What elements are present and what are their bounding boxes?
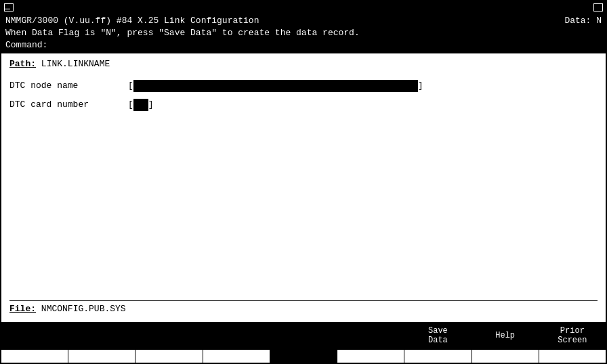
save-data-button[interactable]: SaveData — [404, 322, 472, 349]
fn-label-3 — [135, 350, 203, 363]
fn-label-7 — [404, 350, 472, 363]
fn-label-5 — [270, 350, 337, 363]
file-label: File: — [9, 304, 36, 314]
dtc-node-name-row: DTC node name [ ] — [9, 80, 598, 92]
path-value: LINK.LINKNAME — [41, 59, 110, 69]
data-flag: Data: N — [564, 15, 602, 27]
function-button-row: SaveData Help PriorScreen — [1, 322, 606, 349]
fn-label-row — [1, 349, 606, 363]
main-window: ─ NMMGR/3000 (V.uu.ff) #84 X.25 Link Con… — [0, 0, 607, 364]
header-line1: NMMGR/3000 (V.uu.ff) #84 X.25 Link Confi… — [5, 15, 602, 27]
path-line: Path: LINK.LINKNAME — [9, 59, 598, 69]
prior-screen-button[interactable]: PriorScreen — [539, 322, 606, 349]
fn-btn-1[interactable] — [1, 322, 68, 349]
bracket-open-1: [ — [128, 81, 133, 91]
bracket-close-1: ] — [418, 81, 423, 91]
path-label: Path: — [9, 59, 36, 69]
window-control-box[interactable]: ─ — [4, 3, 14, 12]
fn-btn-4[interactable] — [203, 322, 270, 349]
header-line3: Command: — [5, 39, 602, 51]
bracket-open-2: [ — [128, 99, 133, 110]
window-maximize-box[interactable] — [593, 3, 603, 12]
form-section: DTC node name [ ] DTC card number [ ] — [9, 80, 598, 298]
fn-label-2 — [68, 350, 135, 363]
app-title: NMMGR/3000 (V.uu.ff) #84 X.25 Link Confi… — [5, 15, 259, 27]
fn-label-8 — [472, 350, 539, 363]
content-area: Path: LINK.LINKNAME DTC node name [ ] DT… — [1, 53, 606, 322]
dtc-node-name-label: DTC node name — [9, 81, 128, 91]
dtc-card-number-row: DTC card number [ ] — [9, 99, 598, 111]
title-bar-left: ─ — [4, 3, 14, 12]
fn-label-4 — [203, 350, 270, 363]
title-bar: ─ — [1, 1, 606, 14]
fn-btn-5[interactable] — [270, 322, 337, 349]
fn-btn-2[interactable] — [68, 322, 135, 349]
header-line2: When Data Flag is "N", press "Save Data"… — [5, 27, 602, 39]
help-button[interactable]: Help — [472, 322, 539, 349]
bracket-close-2: ] — [148, 99, 154, 110]
fn-btn-6[interactable] — [337, 322, 404, 349]
dtc-node-name-input[interactable] — [133, 80, 418, 92]
dtc-card-number-label: DTC card number — [9, 99, 128, 110]
fn-label-6 — [337, 350, 404, 363]
fn-label-1 — [1, 350, 68, 363]
file-line: File: NMCONFIG.PUB.SYS — [9, 300, 598, 317]
dtc-card-number-input[interactable] — [133, 99, 148, 111]
fn-btn-3[interactable] — [135, 322, 203, 349]
dtc-node-name-input-wrapper: [ ] — [128, 80, 423, 92]
fn-label-9 — [539, 350, 606, 363]
header-area: NMMGR/3000 (V.uu.ff) #84 X.25 Link Confi… — [1, 14, 606, 53]
dtc-card-number-input-wrapper: [ ] — [128, 99, 154, 111]
file-value: NMCONFIG.PUB.SYS — [41, 304, 126, 314]
